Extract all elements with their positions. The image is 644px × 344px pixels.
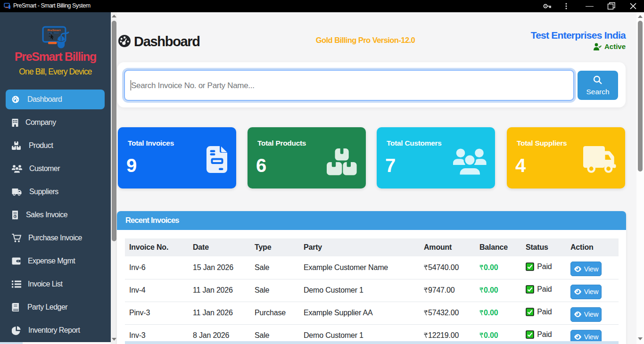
- svg-text:PreSmart: PreSmart: [48, 28, 61, 32]
